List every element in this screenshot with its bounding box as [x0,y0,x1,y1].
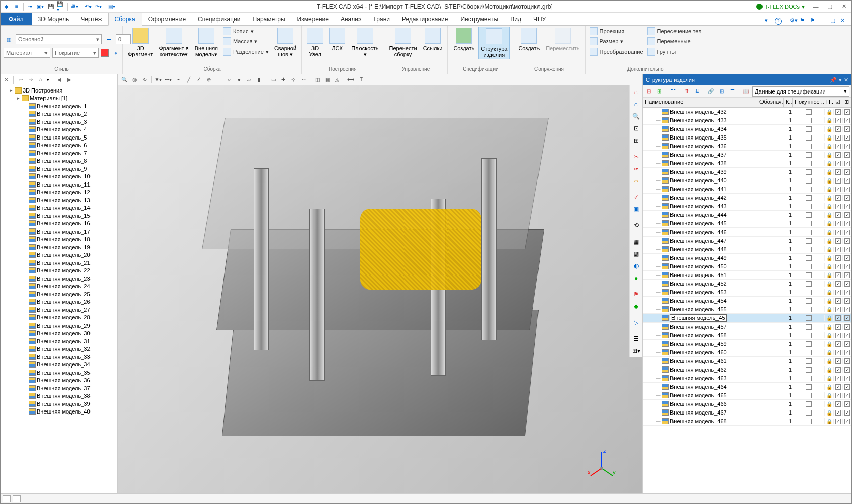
groups-button[interactable]: Группы [646,47,703,56]
tree-right-icon[interactable]: ▶ [65,75,74,84]
axis-x-icon[interactable]: x▾ [631,163,642,174]
material-combo[interactable]: Материал▾ [4,48,50,58]
vp-angle-icon[interactable]: ∠ [194,75,203,84]
help-dropdown-icon[interactable]: ▾ [765,17,773,25]
flag-tool-icon[interactable]: ⚑ [631,289,642,300]
tree-model-item[interactable]: Внешняя модель_10 [1,173,117,181]
st-expand-icon[interactable]: ⊟ [644,86,654,97]
wire-icon[interactable]: ▦ [631,236,642,247]
list-tool-icon[interactable]: ☰ [631,333,642,344]
tree-model-item[interactable]: Внешняя модель_17 [1,227,117,236]
viewport[interactable]: 🔍 ◎ ↻ ▼▾ ☷▾ • ╱ ∠ ⊕ — ○ ● ▱ ▮ ▭ ✚ ⊹ 〰 ◫ … [118,74,642,493]
material-ball-icon[interactable]: ● [112,49,120,57]
st-book-icon[interactable]: 📖 [741,86,751,97]
structure-row[interactable]: —Внешняя модель_4601🔒 [643,348,851,357]
structure-row[interactable]: —Внешняя модель_4421🔒 [643,194,851,202]
transform-button[interactable]: Преобразование [589,47,644,56]
node3d-button[interactable]: 3DУзел [305,27,325,58]
vp-search-icon[interactable]: 🔍 [120,75,129,84]
col-check2-icon[interactable]: ⊞ [842,98,851,107]
tree-model-item[interactable]: Внешняя модель_7 [1,149,117,157]
structure-row[interactable]: —Внешняя модель_4371🔒 [643,151,851,159]
zoom-fit-icon[interactable]: ⊞ [631,135,642,146]
array-button[interactable]: Массив ▾ [222,37,270,46]
minimize-icon[interactable]: — [809,2,822,11]
tree-model-item[interactable]: Внешняя модель_8 [1,157,117,165]
tab-3[interactable]: Оформление [142,13,192,25]
structure-row[interactable]: —Внешняя модель_4331🔒 [643,116,851,125]
zoom-area-icon[interactable]: ⊡ [631,123,642,134]
file-tab[interactable]: Файл [1,13,32,25]
vp-weld-icon[interactable]: ◬ [333,75,342,84]
col-name[interactable]: Наименование [643,98,757,107]
col-p[interactable]: П... [824,98,833,107]
maximize-icon[interactable]: ▢ [823,2,836,11]
spec-data-combo[interactable]: Данные для спецификации▾ [752,86,849,97]
grid-tool-icon[interactable]: ⊞▾ [631,345,642,356]
flag-icon[interactable]: ⚑ [800,17,808,25]
split-button[interactable]: Разделение ▾ [222,47,270,56]
structure-row[interactable]: —Внешняя модель_4641🔒 [643,383,851,391]
vp-filter-icon[interactable]: ▼▾ [154,75,163,84]
structure-row[interactable]: —Внешняя модель_451🔒 [643,314,851,323]
st-link-icon[interactable]: 🔗 [706,86,716,97]
tree-model-item[interactable]: Внешняя модель_31 [1,337,117,345]
structure-row[interactable]: —Внешняя модель_4361🔒 [643,142,851,151]
lcs-button[interactable]: ЛСК [327,27,347,52]
magnet-red-icon[interactable]: ∩ [631,86,642,98]
close-doc-icon[interactable]: ✕ [840,17,848,25]
cube-green-icon[interactable]: ◆ [631,301,642,312]
tab-4[interactable]: Спецификации [192,13,246,25]
tree-materials[interactable]: ▸Материалы [1] [1,95,117,103]
orbit-icon[interactable]: ⟲ [631,220,642,231]
structure-row[interactable]: —Внешняя модель_4581🔒 [643,331,851,340]
copy-button[interactable]: Копия ▾ [222,27,270,36]
st-tree-icon[interactable]: ☷ [668,86,678,97]
tree-model-item[interactable]: Внешняя модель_16 [1,220,117,228]
vp-body-icon[interactable]: ▮ [255,75,264,84]
vp-node-icon[interactable]: ⊕ [204,75,213,84]
tree-close-icon[interactable]: ✕ [2,75,11,84]
tree-fwd-icon[interactable]: ⇨ [26,75,35,84]
tree-model-item[interactable]: Внешняя модель_40 [1,408,117,416]
col-designation[interactable]: Обознач... [757,98,784,107]
tree-model-item[interactable]: Внешняя модель_25 [1,290,117,298]
zoom-in-icon[interactable]: 🔍 [631,111,642,122]
vp-circle-icon[interactable]: ○ [225,75,234,84]
structure-row[interactable]: —Внешняя модель_4501🔒 [643,262,851,271]
tab-7[interactable]: Анализ [335,13,368,25]
panel-close-icon[interactable]: ✕ [844,77,848,83]
tab-2[interactable]: Сборка [108,13,142,26]
section-tool-icon[interactable]: ✂ [631,151,642,162]
tab-0[interactable]: 3D Модель [32,13,75,25]
model-tree[interactable]: ▸3D Построения▸Материалы [1]Внешняя моде… [1,85,117,493]
structure-row[interactable]: —Внешняя модель_4551🔒 [643,305,851,314]
style-lines-icon[interactable]: ▥ [5,35,13,43]
external-model-button[interactable]: Внешняямодель▾ [193,27,220,58]
render-icon[interactable]: ● [631,272,642,284]
vp-text-icon[interactable]: T [356,75,366,84]
tree-model-item[interactable]: Внешняя модель_22 [1,267,117,275]
structure-button[interactable]: Структураизделия [478,27,510,59]
box-tool-icon[interactable]: ▣ [631,204,642,215]
structure-row[interactable]: —Внешняя модель_4431🔒 [643,202,851,211]
structure-row[interactable]: —Внешняя модель_4651🔒 [643,391,851,400]
tree-model-item[interactable]: Внешняя модель_9 [1,165,117,173]
new-icon[interactable]: ▫▾ [26,3,34,11]
tree-model-item[interactable]: Внешняя модель_20 [1,251,117,259]
links-button[interactable]: Ссылки [421,27,445,52]
minimize-doc-icon[interactable]: — [820,17,828,25]
structure-row[interactable]: —Внешняя модель_4471🔒 [643,237,851,245]
tree-model-item[interactable]: Внешняя модель_11 [1,180,117,189]
vp-path-icon[interactable]: 〰 [299,75,308,84]
col-check1-icon[interactable]: ☑ [833,98,842,107]
tree-model-item[interactable]: Внешняя модель_14 [1,204,117,212]
tree-home-icon[interactable]: ⌂ [36,75,46,84]
tree-model-item[interactable]: Внешняя модель_24 [1,283,117,291]
save-icon[interactable]: 💾 [47,3,55,11]
vp-face-icon[interactable]: ▱ [245,75,254,84]
tree-model-item[interactable]: Внешняя модель_2 [1,110,117,118]
tree-model-item[interactable]: Внешняя модель_27 [1,306,117,314]
fragment-context-button[interactable]: Фрагмент вконтексте▾ [157,27,190,58]
tree-model-item[interactable]: Внешняя модель_21 [1,259,117,267]
